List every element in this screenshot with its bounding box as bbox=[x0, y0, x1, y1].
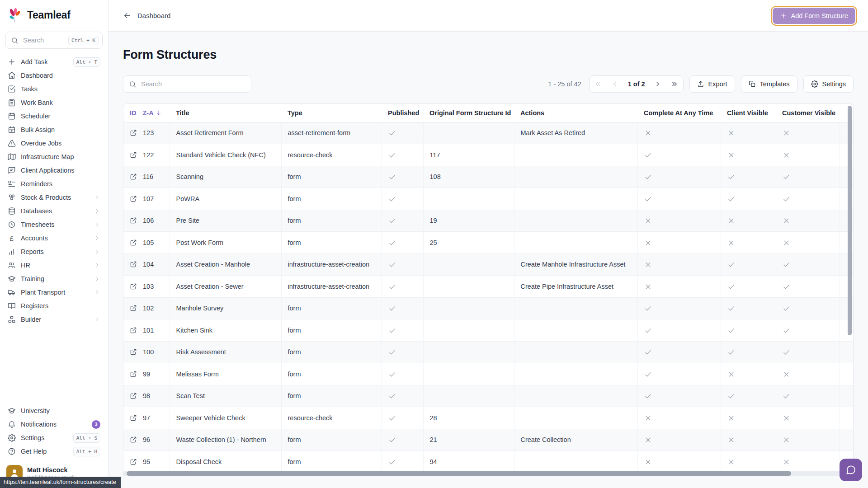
sidebar-item-stock-products[interactable]: Stock & Products bbox=[3, 191, 105, 204]
cell-published bbox=[382, 144, 423, 166]
external-link-icon[interactable] bbox=[130, 371, 137, 378]
cell-actions bbox=[514, 319, 637, 342]
back-link[interactable]: Dashboard bbox=[123, 11, 170, 20]
external-link-icon[interactable] bbox=[130, 283, 137, 290]
cell-customer-visible bbox=[776, 429, 840, 451]
table-row[interactable]: 97Sweeper Vehicle Checkresource-check28 bbox=[123, 407, 854, 429]
table-row[interactable]: 122Standard Vehicle Check (NFC)resource-… bbox=[123, 144, 854, 166]
column-header-client-visible[interactable]: Client Visible bbox=[721, 104, 776, 122]
sidebar-item-infrastructure-map[interactable]: Infrastructure Map bbox=[3, 150, 105, 164]
export-button[interactable]: Export bbox=[689, 75, 735, 93]
cell-customer-visible bbox=[776, 297, 840, 319]
sidebar-item-client-applications[interactable]: Client Applications bbox=[3, 164, 105, 177]
external-link-icon[interactable] bbox=[130, 348, 137, 356]
table-row[interactable]: 101Kitchen Sinkform bbox=[123, 319, 854, 342]
templates-button[interactable]: Templates bbox=[741, 75, 797, 93]
external-link-icon[interactable] bbox=[130, 173, 137, 180]
sidebar-item-databases[interactable]: Databases bbox=[3, 204, 105, 218]
sidebar-item-tasks[interactable]: Tasks bbox=[3, 82, 105, 96]
add-form-structure-button[interactable]: Add Form Structure bbox=[773, 8, 855, 24]
pager-next-button[interactable] bbox=[650, 76, 666, 92]
sidebar-item-settings[interactable]: SettingsAlt + S bbox=[3, 431, 105, 445]
table-row[interactable]: 104Asset Creation - Manholeinfrastructur… bbox=[123, 253, 854, 276]
external-link-icon[interactable] bbox=[130, 414, 137, 422]
sidebar-item-registers[interactable]: Registers bbox=[3, 299, 105, 313]
sidebar-item-dashboard[interactable]: Dashboard bbox=[3, 69, 105, 82]
table-search-input[interactable] bbox=[141, 80, 245, 88]
column-header-published[interactable]: Published bbox=[382, 104, 423, 122]
external-link-icon[interactable] bbox=[130, 261, 137, 268]
sidebar-item-university[interactable]: University bbox=[3, 404, 105, 418]
column-header-complete-at-any-time[interactable]: Complete At Any Time bbox=[637, 104, 721, 122]
clock-icon bbox=[8, 221, 16, 229]
sidebar-item-label: Work Bank bbox=[21, 99, 100, 106]
table-row[interactable]: 95Disposal Checkform94 bbox=[123, 451, 854, 473]
table-search[interactable] bbox=[123, 75, 251, 93]
sidebar-item-bulk-assign[interactable]: Bulk Assign bbox=[3, 123, 105, 136]
sidebar-item-add-task[interactable]: Add TaskAlt + T bbox=[3, 55, 105, 69]
table-row[interactable]: 107PoWRAform bbox=[123, 188, 854, 210]
x-icon bbox=[644, 261, 652, 268]
external-link-icon[interactable] bbox=[130, 151, 137, 159]
column-header-original-form-structure-id[interactable]: Original Form Structure Id bbox=[423, 104, 514, 122]
cell-id: 122 bbox=[123, 144, 170, 166]
sidebar-item-builder[interactable]: Builder bbox=[3, 313, 105, 326]
column-header-customer-visible[interactable]: Customer Visible bbox=[776, 104, 840, 122]
column-header-id[interactable]: IDZ-A bbox=[123, 104, 170, 122]
vertical-scrollbar-thumb[interactable] bbox=[848, 106, 852, 335]
sidebar-item-scheduler[interactable]: Scheduler bbox=[3, 109, 105, 123]
cell-type: form bbox=[281, 451, 382, 473]
cell-id: 104 bbox=[123, 253, 170, 276]
sidebar-item-overdue-jobs[interactable]: Overdue Jobs bbox=[3, 136, 105, 150]
sidebar-item-accounts[interactable]: £Accounts bbox=[3, 231, 105, 245]
table-row[interactable]: 100Risk Assessmentform bbox=[123, 341, 854, 363]
table-row[interactable]: 123Asset Retirement Formasset-retirement… bbox=[123, 122, 854, 144]
sort-indicator[interactable]: Z-A bbox=[143, 109, 162, 117]
table-row[interactable]: 98Scan Testform bbox=[123, 385, 854, 407]
external-link-icon[interactable] bbox=[130, 436, 137, 443]
pager-last-button[interactable] bbox=[666, 76, 683, 92]
pager-prev-button[interactable] bbox=[607, 76, 623, 92]
column-header-actions[interactable]: Actions bbox=[514, 104, 637, 122]
external-link-icon[interactable] bbox=[130, 239, 137, 246]
sidebar-item-training[interactable]: Training bbox=[3, 272, 105, 286]
external-link-icon[interactable] bbox=[130, 305, 137, 312]
grad-cap-icon bbox=[8, 407, 16, 415]
check-icon bbox=[727, 261, 735, 268]
sidebar-item-reminders[interactable]: Reminders bbox=[3, 177, 105, 191]
cell-client-visible bbox=[721, 166, 776, 188]
external-link-icon[interactable] bbox=[130, 129, 137, 136]
x-icon bbox=[644, 414, 652, 422]
table-row[interactable]: 96Waste Collection (1) - Northernform21C… bbox=[123, 429, 854, 451]
pager-first-button[interactable] bbox=[590, 76, 607, 92]
cell-id: 116 bbox=[123, 166, 170, 188]
table-row[interactable]: 103Asset Creation - Sewerinfrastructure-… bbox=[123, 276, 854, 298]
column-header-type[interactable]: Type bbox=[281, 104, 382, 122]
external-link-icon[interactable] bbox=[130, 217, 137, 224]
sidebar-item-work-bank[interactable]: Work Bank bbox=[3, 96, 105, 109]
external-link-icon[interactable] bbox=[130, 327, 137, 334]
table-row[interactable]: 116Scanningform108 bbox=[123, 166, 854, 188]
sidebar-item-label: Dashboard bbox=[21, 72, 100, 79]
user-kebab-icon[interactable] bbox=[94, 469, 102, 477]
sidebar-item-hr[interactable]: HR bbox=[3, 258, 105, 272]
external-link-icon[interactable] bbox=[130, 458, 137, 465]
table-settings-button[interactable]: Settings bbox=[803, 75, 854, 93]
external-link-icon[interactable] bbox=[130, 392, 137, 399]
column-header-title[interactable]: Title bbox=[170, 104, 281, 122]
sidebar-item-reports[interactable]: Reports bbox=[3, 245, 105, 258]
sidebar-item-plant-transport[interactable]: Plant Transport bbox=[3, 286, 105, 299]
sidebar-item-get-help[interactable]: Get HelpAlt + H bbox=[3, 445, 105, 458]
table-row[interactable]: 105Post Work Formform25 bbox=[123, 232, 854, 254]
chat-button[interactable] bbox=[840, 459, 862, 481]
sidebar-search[interactable]: Search Ctrl + K bbox=[5, 32, 103, 49]
sidebar-item-timesheets[interactable]: Timesheets bbox=[3, 218, 105, 231]
table-row[interactable]: 99Melissas Formform bbox=[123, 363, 854, 385]
table-row[interactable]: 106Pre Siteform19 bbox=[123, 210, 854, 232]
cell-original-form-structure-id: 21 bbox=[423, 429, 514, 451]
cell-client-visible bbox=[721, 276, 776, 298]
sidebar-item-notifications[interactable]: Notifications3 bbox=[3, 418, 105, 431]
table-row[interactable]: 102Manhole Surveyform bbox=[123, 297, 854, 319]
horizontal-scrollbar-thumb[interactable] bbox=[127, 471, 791, 476]
external-link-icon[interactable] bbox=[130, 195, 137, 202]
